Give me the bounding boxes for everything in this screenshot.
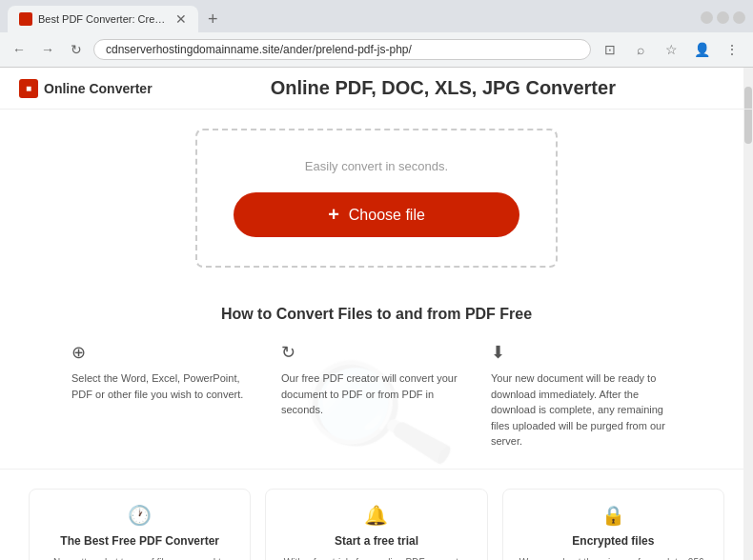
- converter-box: Easily convert in seconds. + Choose file: [195, 129, 558, 268]
- new-tab-button[interactable]: +: [202, 10, 224, 30]
- maximize-button[interactable]: [717, 11, 729, 24]
- site-header: ■ Online Converter Online PDF, DOC, XLS,…: [0, 68, 753, 110]
- step-1-icon: ⊕: [71, 342, 262, 363]
- cast-button[interactable]: ⊡: [597, 36, 623, 63]
- feature-1-title: The Best Free PDF Converter: [44, 534, 235, 548]
- feature-2-icon: 🔔: [280, 504, 472, 527]
- converter-subtitle: Easily convert in seconds.: [305, 159, 448, 173]
- step-3: ⬇ Your new document will be ready to dow…: [491, 342, 682, 450]
- how-to-section: How to Convert Files to and from PDF Fre…: [0, 287, 753, 469]
- tab-bar: Best PDF Converter: Create, Conv... ✕ +: [0, 0, 753, 32]
- tab-close-button[interactable]: ✕: [175, 11, 187, 27]
- plus-icon: +: [328, 204, 339, 226]
- step-2-text: Our free PDF creator will convert your d…: [281, 370, 472, 418]
- step-1-text: Select the Word, Excel, PowerPoint, PDF …: [71, 370, 262, 402]
- minimize-button[interactable]: [701, 11, 713, 24]
- url-text: cdnserverhostingdomainname.site/ander/pr…: [106, 43, 579, 56]
- feature-3-desc: We care about the privacy of your data. …: [518, 555, 709, 561]
- browser-chrome: Best PDF Converter: Create, Conv... ✕ + …: [0, 0, 753, 68]
- feature-card-3: 🔒 Encrypted files We care about the priv…: [502, 489, 724, 561]
- page-title: Online PDF, DOC, XLS, JPG Converter: [153, 77, 734, 99]
- back-button[interactable]: ←: [8, 38, 31, 61]
- window-controls: [701, 11, 745, 28]
- bookmark-button[interactable]: ☆: [658, 36, 684, 63]
- address-bar[interactable]: cdnserverhostingdomainname.site/ander/pr…: [93, 39, 591, 60]
- refresh-button[interactable]: ↻: [65, 38, 88, 61]
- choose-file-label: Choose file: [349, 207, 425, 224]
- active-tab[interactable]: Best PDF Converter: Create, Conv... ✕: [8, 6, 198, 32]
- feature-3-icon: 🔒: [518, 504, 709, 527]
- logo-icon: ■: [19, 79, 38, 98]
- step-3-text: Your new document will be ready to downl…: [491, 370, 682, 450]
- choose-file-button[interactable]: + Choose file: [234, 192, 519, 237]
- features-section: 🕐 The Best Free PDF Converter No matter …: [0, 469, 753, 561]
- feature-3-title: Encrypted files: [518, 534, 709, 548]
- profile-button[interactable]: 👤: [688, 36, 715, 63]
- feature-2-title: Start a free trial: [280, 534, 472, 548]
- how-to-steps: ⊕ Select the Word, Excel, PowerPoint, PD…: [29, 342, 724, 450]
- step-2: ↻ Our free PDF creator will convert your…: [281, 342, 472, 450]
- page-content: 🔍 ■ Online Converter Online PDF, DOC, XL…: [0, 68, 753, 560]
- feature-card-1: 🕐 The Best Free PDF Converter No matter …: [29, 489, 251, 561]
- step-1: ⊕ Select the Word, Excel, PowerPoint, PD…: [71, 342, 262, 450]
- logo: ■ Online Converter: [19, 79, 153, 98]
- forward-button[interactable]: →: [36, 38, 59, 61]
- feature-1-desc: No matter what types of files you need t…: [44, 555, 235, 561]
- menu-button[interactable]: ⋮: [719, 36, 745, 63]
- search-button[interactable]: ⌕: [627, 36, 654, 63]
- toolbar-icons: ⊡ ⌕ ☆ 👤 ⋮: [597, 36, 745, 63]
- step-2-icon: ↻: [281, 342, 472, 363]
- tab-favicon: [19, 12, 32, 26]
- step-3-icon: ⬇: [491, 342, 682, 363]
- address-bar-row: ← → ↻ cdnserverhostingdomainname.site/an…: [0, 32, 753, 67]
- feature-1-icon: 🕐: [44, 504, 235, 527]
- how-to-title: How to Convert Files to and from PDF Fre…: [29, 306, 724, 323]
- tab-title: Best PDF Converter: Create, Conv...: [38, 13, 170, 25]
- close-button[interactable]: [733, 11, 745, 24]
- feature-card-2: 🔔 Start a free trial With a free trial o…: [265, 489, 487, 561]
- logo-text: Online Converter: [44, 81, 153, 96]
- feature-2-desc: With a free trial of our online PDF conv…: [280, 555, 472, 561]
- converter-area: Easily convert in seconds. + Choose file: [0, 110, 753, 287]
